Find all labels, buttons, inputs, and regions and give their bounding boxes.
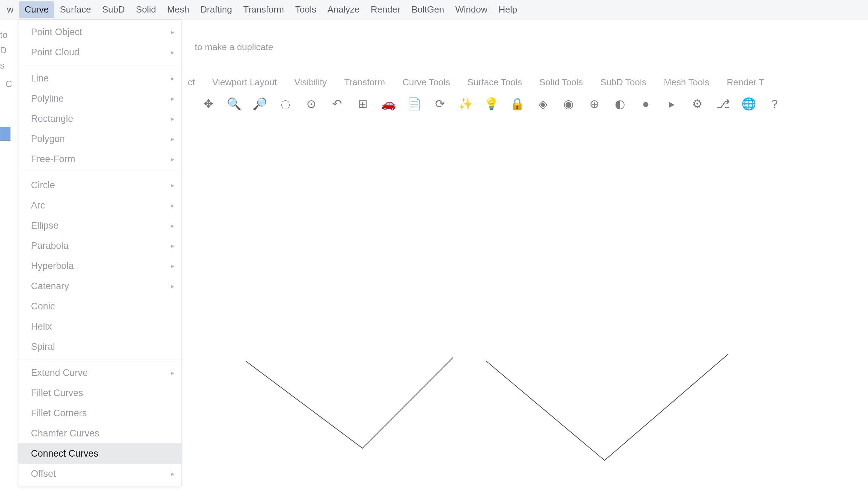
menu-item-catenary[interactable]: Catenary▸ [18,276,181,296]
undo-view-icon[interactable]: ↶ [325,92,349,116]
main-toolbar: ✥🔍🔎◌⊙↶⊞🚗📄⟳✨💡🔒◈◉⊕◐●▸⚙⎇🌐? [196,91,786,116]
curve-right[interactable] [486,354,728,460]
menu-item-extend-curve[interactable]: Extend Curve▸ [18,363,181,383]
toolbar-tabs: ct Viewport Layout Visibility Transform … [184,75,768,90]
command-hint: to make a duplicate [195,42,273,53]
tab-visibility[interactable]: Visibility [291,75,330,90]
help-icon[interactable]: ? [763,92,786,116]
panel-edge [0,127,10,141]
grid-icon[interactable]: ⊞ [351,92,375,116]
lock-icon[interactable]: 🔒 [505,92,529,116]
chevron-right-icon: ▸ [171,115,174,123]
menu-drafting[interactable]: Drafting [195,1,238,18]
menu-subd[interactable]: SubD [97,1,130,18]
menu-item-label: Point Cloud [31,47,80,58]
tab-fragment[interactable]: ct [184,75,198,90]
graph-icon[interactable]: ⎇ [711,92,735,116]
menu-item-polyline[interactable]: Polyline▸ [18,88,181,109]
menu-curve[interactable]: Curve [19,1,54,18]
chevron-right-icon: ▸ [171,262,174,270]
menubar: w Curve Surface SubD Solid Mesh Drafting… [0,0,868,19]
command-hint-fragment: toD s [0,27,13,73]
chevron-right-icon: ▸ [171,181,174,189]
menu-item-parabola[interactable]: Parabola▸ [18,236,181,256]
tab-solid-tools[interactable]: Solid Tools [536,75,586,90]
menu-item-fillet-corners[interactable]: Fillet Corners [18,403,181,423]
menu-window[interactable]: Window [450,1,493,18]
menu-item-label: Rectangle [31,113,73,124]
menu-transform[interactable]: Transform [238,1,290,18]
layers-icon[interactable]: ◈ [531,92,555,116]
menu-item-polygon[interactable]: Polygon▸ [18,129,181,149]
viewport[interactable] [184,124,868,497]
menu-item-ellipse[interactable]: Ellipse▸ [18,215,181,236]
menu-item-connect-curves[interactable]: Connect Curves [18,443,181,464]
tab-viewport-layout[interactable]: Viewport Layout [209,75,280,90]
move-icon[interactable]: ✥ [196,92,220,116]
doc-icon[interactable]: 📄 [402,92,426,116]
color-wheel-icon[interactable]: ◉ [557,92,580,116]
menu-item-hyperbola[interactable]: Hyperbola▸ [18,256,181,276]
menu-item-arc[interactable]: Arc▸ [18,195,181,215]
zoom-icon[interactable]: 🔍 [222,92,246,116]
chevron-right-icon: ▸ [171,74,174,82]
zoom-window-icon[interactable]: ⊙ [299,92,323,116]
zoom-selected-icon[interactable]: ◌ [274,92,297,116]
menu-item-label: Line [31,73,49,84]
menu-item-chamfer-curves[interactable]: Chamfer Curves [18,423,181,443]
menu-item-rectangle[interactable]: Rectangle▸ [18,109,181,129]
menu-item-conic[interactable]: Conic [18,296,181,316]
tab-render-tools[interactable]: Render T [723,75,768,90]
menu-item-circle[interactable]: Circle▸ [18,175,181,195]
menu-item-free-form[interactable]: Free-Form▸ [18,149,181,169]
menu-item-label: Arc [31,200,45,211]
flag-icon[interactable]: ▸ [660,92,683,116]
tab-subd-tools[interactable]: SubD Tools [597,75,650,90]
menu-tools[interactable]: Tools [290,1,322,18]
sphere-wire-icon[interactable]: ⊕ [582,92,606,116]
menu-render[interactable]: Render [365,1,406,18]
sphere-render-icon[interactable]: ● [634,92,658,116]
tab-mesh-tools[interactable]: Mesh Tools [660,75,713,90]
chevron-right-icon: ▸ [171,48,174,56]
zoom-extents-icon[interactable]: 🔎 [248,92,272,116]
menu-surface[interactable]: Surface [54,1,97,18]
menu-item-offset[interactable]: Offset▸ [18,464,181,484]
curve-left[interactable] [246,357,453,448]
menu-help[interactable]: Help [493,1,523,18]
menu-item-label: Fillet Curves [31,388,83,399]
menu-item-helix[interactable]: Helix [18,316,181,337]
tab-transform[interactable]: Transform [341,75,389,90]
menu-item-point-cloud[interactable]: Point Cloud▸ [18,42,181,62]
tab-surface-tools[interactable]: Surface Tools [464,75,525,90]
menu-item-spiral[interactable]: Spiral [18,337,181,357]
menu-analyze[interactable]: Analyze [322,1,365,18]
chevron-right-icon: ▸ [171,282,174,290]
gear-icon[interactable]: ⚙ [685,92,709,116]
menu-item-line[interactable]: Line▸ [18,68,181,88]
menu-boltgen[interactable]: BoltGen [406,1,450,18]
menu-solid[interactable]: Solid [130,1,162,18]
rotate-icon[interactable]: ⟳ [428,92,452,116]
menu-item-label: Offset [31,468,56,479]
bulb-icon[interactable]: 💡 [480,92,503,116]
particles-icon[interactable]: ✨ [454,92,477,116]
car-icon[interactable]: 🚗 [377,92,400,116]
sphere-shade-icon[interactable]: ◐ [608,92,632,116]
globe-icon[interactable]: 🌐 [737,92,761,116]
menu-mesh[interactable]: Mesh [162,1,195,18]
menu-view-partial[interactable]: w [1,1,19,18]
chevron-right-icon: ▸ [171,155,174,163]
chevron-right-icon: ▸ [171,94,174,103]
menu-item-point-object[interactable]: Point Object▸ [18,22,181,42]
chevron-right-icon: ▸ [171,221,174,230]
menu-item-fillet-curves[interactable]: Fillet Curves [18,383,181,403]
menu-item-label: Conic [31,301,55,312]
menu-item-label: Polygon [31,134,65,144]
tab-curve-tools[interactable]: Curve Tools [399,75,453,90]
menu-item-label: Catenary [31,281,69,292]
menu-item-label: Circle [31,180,55,191]
menu-item-label: Chamfer Curves [31,428,99,439]
menu-item-label: Parabola [31,240,69,251]
menu-item-label: Polyline [31,93,64,104]
